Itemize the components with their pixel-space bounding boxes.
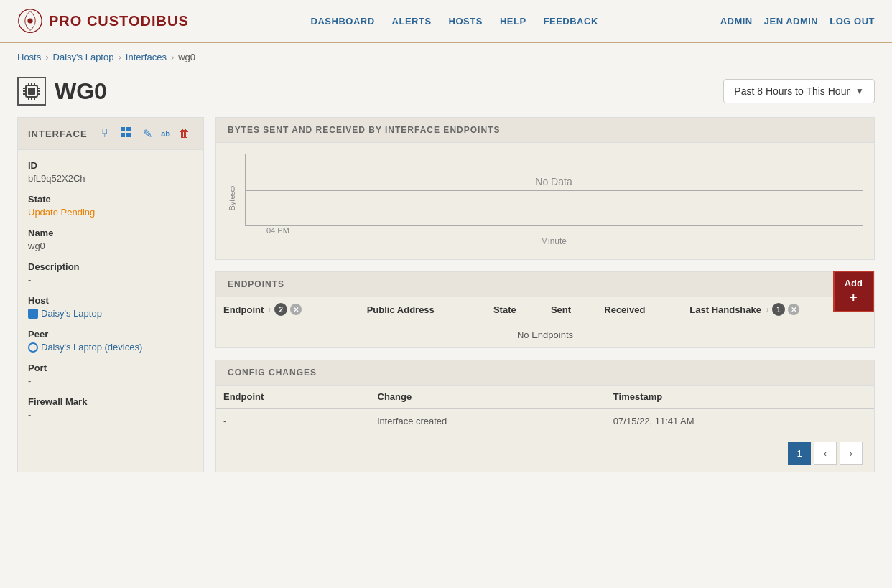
right-panel: BYTES SENT AND RECEIVED BY INTERFACE END… xyxy=(215,117,875,472)
config-table-row: -interface created07/15/22, 11:41 AM xyxy=(216,409,874,434)
svg-rect-18 xyxy=(121,133,125,137)
state-label: State xyxy=(28,194,193,205)
page-title-wrap: WG0 xyxy=(17,77,107,106)
host-label: Host xyxy=(28,295,193,306)
handshake-clear-icon[interactable]: ✕ xyxy=(788,304,799,315)
nav-jen-admin[interactable]: JEN ADMIN xyxy=(764,16,819,27)
handshake-badge: 1 xyxy=(772,303,785,316)
nav-admin[interactable]: ADMIN xyxy=(720,16,753,27)
field-host: Host Daisy's Laptop xyxy=(28,295,193,319)
chart-zero-line xyxy=(245,190,863,191)
nav-hosts[interactable]: HOSTS xyxy=(449,16,483,27)
branch-icon[interactable]: ⑂ xyxy=(98,126,111,141)
chart-section: BYTES SENT AND RECEIVED BY INTERFACE END… xyxy=(215,117,875,260)
handshake-sort-desc-icon[interactable]: ↓ xyxy=(766,306,769,314)
field-firewall-mark: Firewall Mark - xyxy=(28,396,193,420)
endpoint-badge: 2 xyxy=(274,303,287,316)
nav-dashboard[interactable]: DASHBOARD xyxy=(311,16,375,27)
peer-link[interactable]: Daisy's Laptop (devices) xyxy=(28,342,193,353)
breadcrumb-daisys-laptop[interactable]: Daisy's Laptop xyxy=(53,52,114,62)
config-changes-section: CONFIG CHANGES Endpoint Change Timestamp… xyxy=(215,360,875,472)
panel-body: ID bfL9q52X2Ch State Update Pending Name… xyxy=(18,150,203,440)
add-label: Add xyxy=(845,278,863,289)
page-prev-button[interactable]: ‹ xyxy=(814,442,837,465)
description-label: Description xyxy=(28,261,193,272)
field-port: Port - xyxy=(28,363,193,386)
svg-rect-17 xyxy=(126,127,131,131)
svg-rect-19 xyxy=(126,133,131,137)
config-cell-change: interface created xyxy=(371,409,606,434)
plus-icon: + xyxy=(850,290,858,305)
nav-right: ADMIN JEN ADMIN LOG OUT xyxy=(720,16,875,27)
chart-x-label: 04 PM xyxy=(266,226,289,235)
chart-minute-label: Minute xyxy=(541,236,567,246)
svg-rect-16 xyxy=(121,127,125,131)
field-description: Description - xyxy=(28,261,193,285)
breadcrumb: Hosts › Daisy's Laptop › Interfaces › wg… xyxy=(0,43,892,71)
id-label: ID xyxy=(28,160,193,171)
th-endpoint: Endpoint ↑ 2 ✕ xyxy=(216,297,360,322)
field-id: ID bfL9q52X2Ch xyxy=(28,160,193,184)
add-endpoint-button[interactable]: Add + xyxy=(833,271,874,312)
pagination: 1 ‹ › xyxy=(216,434,874,472)
interface-panel: INTERFACE ⑂ ✎ ab 🗑 ID bfL9q52X2Ch State … xyxy=(17,117,204,472)
endpoint-clear-icon[interactable]: ✕ xyxy=(290,304,302,315)
firewall-mark-label: Firewall Mark xyxy=(28,396,193,407)
page-title: WG0 xyxy=(55,78,107,105)
port-label: Port xyxy=(28,363,193,373)
description-value: - xyxy=(28,274,193,285)
nav-logout[interactable]: LOG OUT xyxy=(830,16,875,27)
peer-value: Daisy's Laptop (devices) xyxy=(28,342,193,353)
no-endpoints-message: No Endpoints xyxy=(216,322,874,348)
endpoints-table-header-row: Endpoint ↑ 2 ✕ Public Address State Sent xyxy=(216,297,874,322)
th-public-address: Public Address xyxy=(360,297,486,322)
th-sent: Sent xyxy=(544,297,597,322)
field-state: State Update Pending xyxy=(28,194,193,218)
name-value: wg0 xyxy=(28,241,193,251)
endpoints-table: Endpoint ↑ 2 ✕ Public Address State Sent xyxy=(216,297,874,347)
id-value: bfL9q52X2Ch xyxy=(28,173,193,184)
nav-help[interactable]: HELP xyxy=(500,16,526,27)
breadcrumb-interfaces[interactable]: Interfaces xyxy=(126,52,167,62)
config-changes-table: Endpoint Change Timestamp -interface cre… xyxy=(216,386,874,434)
interface-chip-icon xyxy=(17,77,46,106)
page-header: WG0 Past 8 Hours to This Hour ▼ xyxy=(0,71,892,117)
peer-circle-icon xyxy=(28,342,38,353)
config-changes-body: Endpoint Change Timestamp -interface cre… xyxy=(216,386,874,472)
breadcrumb-sep-3: › xyxy=(171,52,174,62)
breadcrumb-sep-2: › xyxy=(118,52,121,62)
no-endpoints-row: No Endpoints xyxy=(216,322,874,348)
th-received: Received xyxy=(597,297,682,322)
panel-header: INTERFACE ⑂ ✎ ab 🗑 xyxy=(18,118,203,150)
logo-icon xyxy=(17,8,43,34)
endpoints-section: ENDPOINTS Add + Endpoint ↑ xyxy=(215,271,875,348)
endpoint-sort-asc-icon[interactable]: ↑ xyxy=(268,306,271,314)
field-name: Name wg0 xyxy=(28,228,193,251)
ab-label-icon[interactable]: ab xyxy=(161,129,170,138)
page-1-button[interactable]: 1 xyxy=(788,442,811,465)
chart-bottom-line xyxy=(245,225,863,226)
th-config-timestamp: Timestamp xyxy=(606,386,874,409)
time-filter-dropdown[interactable]: Past 8 Hours to This Hour ▼ xyxy=(723,79,875,103)
chart-area: Bytes 0 No Data 04 PM Minute xyxy=(228,154,863,248)
chart-section-header: BYTES SENT AND RECEIVED BY INTERFACE END… xyxy=(216,118,874,143)
panel-header-title: INTERFACE xyxy=(28,129,93,139)
breadcrumb-hosts[interactable]: Hosts xyxy=(17,52,41,62)
chart-no-data: No Data xyxy=(535,176,572,187)
endpoints-section-body: Endpoint ↑ 2 ✕ Public Address State Sent xyxy=(216,297,874,347)
logo: PRO CUSTODIBUS xyxy=(17,8,189,34)
nav-alerts[interactable]: ALERTS xyxy=(392,16,432,27)
host-link[interactable]: Daisy's Laptop xyxy=(28,308,193,319)
chart-y-label: Bytes xyxy=(228,191,236,211)
breadcrumb-sep-1: › xyxy=(45,52,48,62)
th-config-endpoint: Endpoint xyxy=(216,386,371,409)
grid-icon[interactable] xyxy=(117,125,134,142)
chart-zero-label: 0 xyxy=(231,185,235,193)
page-next-button[interactable]: › xyxy=(840,442,863,465)
time-filter-label: Past 8 Hours to This Hour xyxy=(734,85,850,97)
nav-feedback[interactable]: FEEDBACK xyxy=(544,16,598,27)
delete-icon[interactable]: 🗑 xyxy=(176,126,193,141)
main-content: INTERFACE ⑂ ✎ ab 🗑 ID bfL9q52X2Ch State … xyxy=(0,117,892,472)
firewall-mark-value: - xyxy=(28,409,193,420)
edit-icon[interactable]: ✎ xyxy=(140,126,155,142)
